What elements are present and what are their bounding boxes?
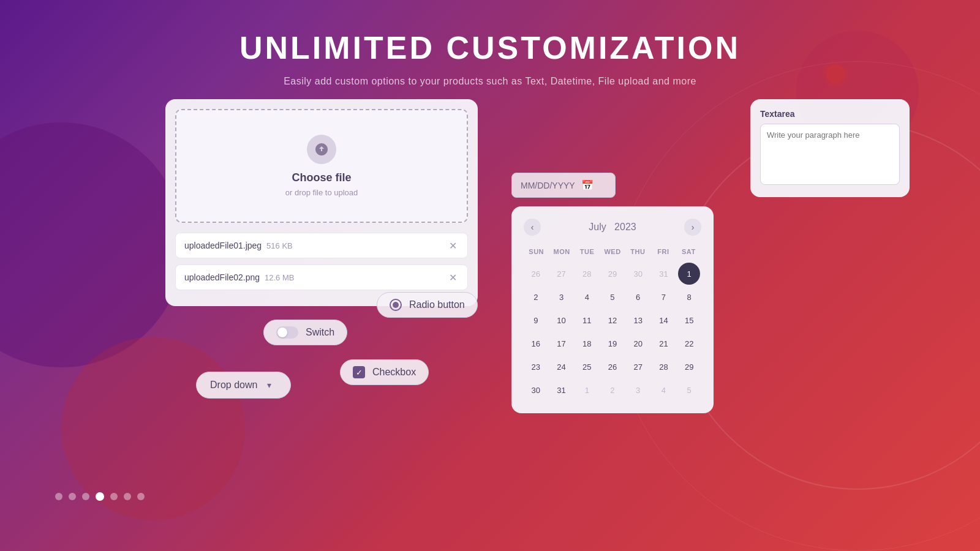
file-remove-2[interactable]: ✕ [447,271,459,283]
cal-day-selected[interactable]: 1 [678,263,700,285]
cal-day[interactable]: 5 [601,286,624,308]
dot-2[interactable] [69,493,76,500]
cal-day[interactable]: 18 [576,332,598,354]
cal-day[interactable]: 12 [601,309,624,331]
dropdown-button[interactable]: Drop down ▾ [196,372,291,399]
cal-day[interactable]: 27 [627,356,649,378]
cal-day[interactable]: 2 [601,379,624,401]
weekday-tue: TUE [575,246,600,258]
weekday-sun: SUN [524,246,549,258]
cal-day[interactable]: 23 [525,356,547,378]
file-name-2: uploadedFile02.png [184,272,260,282]
cal-day[interactable]: 31 [652,263,674,285]
checkbox-button[interactable]: ✓ Checkbox [340,359,429,385]
cal-day[interactable]: 7 [652,286,674,308]
cal-day[interactable]: 26 [601,356,624,378]
dot-7[interactable] [137,493,145,500]
cal-day[interactable]: 27 [551,263,573,285]
switch-knob [277,328,287,337]
dot-4-active[interactable] [96,492,104,501]
weekday-mon: MON [549,246,574,258]
file-upload-card: Choose file or drop file to upload uploa… [165,99,478,306]
calendar-grid: SUN MON TUE WED THU FRI SAT 26 27 28 29 … [524,246,701,401]
file-size-1: 516 KB [266,241,293,250]
file-item-1: uploadedFile01.jpeg 516 KB ✕ [175,233,468,258]
radio-button[interactable]: Radio button [377,292,478,318]
calendar-month-year: July 2023 [589,222,636,233]
upload-icon [307,135,336,164]
bg-dot [826,64,845,84]
checkbox-check-icon: ✓ [356,368,363,377]
cal-day[interactable]: 4 [576,286,598,308]
file-item-2: uploadedFile02.png 12.6 MB ✕ [175,264,468,290]
radio-circle [390,299,402,311]
cal-day[interactable]: 6 [627,286,649,308]
dropzone[interactable]: Choose file or drop file to upload [175,109,468,223]
switch-toggle [276,326,298,339]
dot-5[interactable] [110,493,118,500]
cal-day[interactable]: 25 [576,356,598,378]
textarea-label: Textarea [760,109,900,119]
weekday-thu: THU [625,246,650,258]
cal-day[interactable]: 11 [576,309,598,331]
cal-day[interactable]: 1 [576,379,598,401]
file-name-1: uploadedFile01.jpeg [184,241,262,250]
cal-day[interactable]: 28 [576,263,598,285]
calendar-prev-button[interactable]: ‹ [524,219,541,236]
upload-svg [314,142,329,157]
file-remove-1[interactable]: ✕ [447,239,459,252]
cal-day[interactable]: 9 [525,309,547,331]
cal-day[interactable]: 19 [601,332,624,354]
calendar-year: 2023 [614,222,636,232]
cal-day[interactable]: 29 [601,263,624,285]
checkbox-label: Checkbox [372,367,416,378]
calendar-card: ‹ July 2023 › SUN MON TUE WED THU FRI SA… [511,206,714,413]
cal-day[interactable]: 30 [627,263,649,285]
cal-day[interactable]: 24 [551,356,573,378]
cal-day[interactable]: 30 [525,379,547,401]
date-input[interactable]: MM/DD/YYYY 📅 [511,173,616,198]
cal-day[interactable]: 21 [652,332,674,354]
textarea-input[interactable] [760,124,900,185]
cal-day[interactable]: 28 [652,356,674,378]
weekday-wed: WED [600,246,625,258]
cal-day[interactable]: 2 [525,286,547,308]
weekday-sat: SAT [676,246,701,258]
switch-label: Switch [306,327,334,338]
cal-day[interactable]: 10 [551,309,573,331]
cal-day[interactable]: 4 [652,379,674,401]
chevron-down-icon: ▾ [267,380,271,390]
radio-label: Radio button [409,299,465,310]
calendar-next-button[interactable]: › [684,219,701,236]
dot-6[interactable] [124,493,131,500]
cal-day[interactable]: 17 [551,332,573,354]
cal-day[interactable]: 15 [678,309,700,331]
checkbox-box: ✓ [353,366,365,378]
cal-day[interactable]: 5 [678,379,700,401]
drop-label: or drop file to upload [189,188,454,197]
cal-day[interactable]: 20 [627,332,649,354]
dot-1[interactable] [55,493,62,500]
weekday-fri: FRI [650,246,676,258]
choose-file-label: Choose file [189,171,454,184]
cal-day[interactable]: 8 [678,286,700,308]
switch-button[interactable]: Switch [263,320,347,345]
cal-day[interactable]: 14 [652,309,674,331]
textarea-card: Textarea [750,99,910,197]
cal-day[interactable]: 3 [551,286,573,308]
dropdown-label: Drop down [210,380,257,391]
date-placeholder: MM/DD/YYYY [521,181,575,190]
cal-day[interactable]: 22 [678,332,700,354]
cal-day[interactable]: 31 [551,379,573,401]
cal-day[interactable]: 26 [525,263,547,285]
cal-day[interactable]: 16 [525,332,547,354]
cal-day[interactable]: 3 [627,379,649,401]
dot-3[interactable] [82,493,89,500]
calendar-icon: 📅 [581,179,594,191]
file-size-2: 12.6 MB [265,273,294,282]
calendar-header: ‹ July 2023 › [524,219,701,236]
cal-day[interactable]: 29 [678,356,700,378]
date-input-wrap: MM/DD/YYYY 📅 [511,173,616,198]
cal-day[interactable]: 13 [627,309,649,331]
calendar-days: 26 27 28 29 30 31 1 2 3 4 5 6 7 8 9 10 1… [524,263,701,401]
